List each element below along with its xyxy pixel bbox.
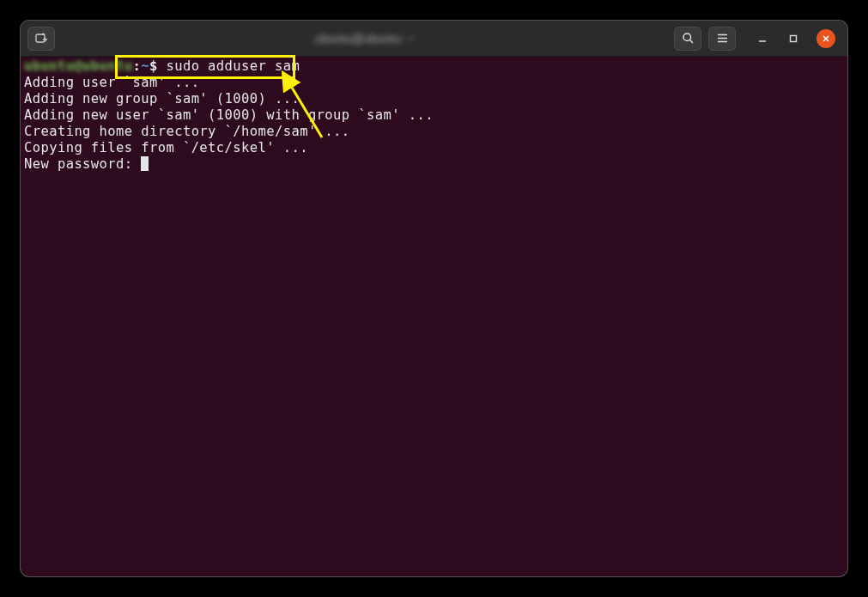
search-icon [682,32,695,45]
output-line: Adding new group `sam' (1000) ... [24,91,300,107]
minimize-button[interactable] [755,31,770,46]
hamburger-icon [716,32,729,45]
output-line: Creating home directory `/home/sam' ... [24,124,350,139]
terminal-body[interactable]: ubuntu@ubuntu:~$ sudo adduser sam Adding… [21,57,847,174]
prompt-separator: : [133,58,142,74]
menu-button[interactable] [708,27,736,51]
close-icon [822,34,830,43]
output-line: Adding new user `sam' (1000) with group … [24,107,434,123]
new-tab-icon [34,32,48,46]
output-line: Adding user `sam' ... [24,75,199,90]
prompt-dollar: $ [149,58,166,74]
window-controls [755,29,835,48]
titlebar-right [674,27,841,51]
titlebar-left [27,27,55,51]
close-button[interactable] [816,29,835,48]
new-tab-button[interactable] [27,27,55,51]
search-button[interactable] [674,27,701,51]
svg-point-3 [683,34,691,41]
maximize-icon [789,34,798,43]
titlebar: ubuntu@ubuntu: ~ [21,21,847,57]
output-line: New password: [24,156,141,172]
prompt-user: ubuntu@ubuntu [24,58,133,74]
maximize-button[interactable] [786,31,801,46]
output-line: Copying files from `/etc/skel' ... [24,140,308,155]
cursor [141,156,149,171]
minimize-icon [758,34,767,43]
command-text: sudo adduser sam [166,58,300,74]
svg-line-4 [689,40,693,44]
svg-rect-9 [791,35,797,41]
terminal-window: ubuntu@ubuntu: ~ [21,21,847,576]
prompt-path: ~ [141,58,149,74]
window-title: ubuntu@ubuntu: ~ [55,32,674,46]
svg-rect-0 [36,34,45,42]
